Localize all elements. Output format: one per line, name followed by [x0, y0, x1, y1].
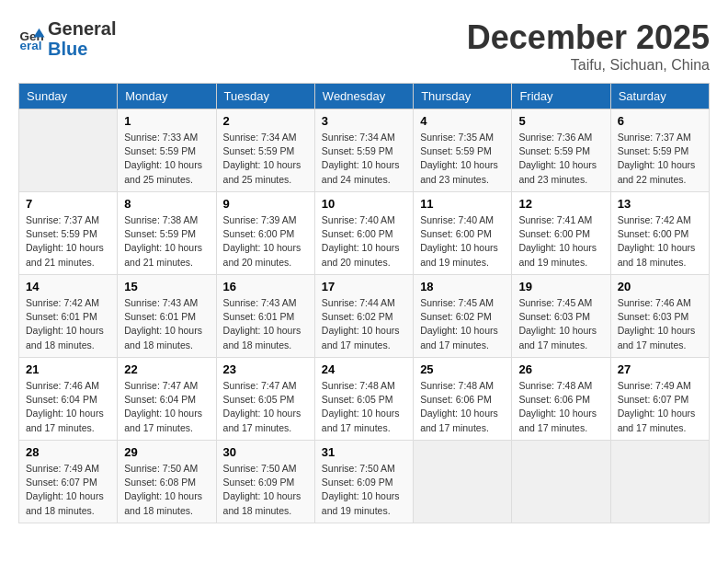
day-cell: 10Sunrise: 7:40 AM Sunset: 6:00 PM Dayli…: [314, 192, 413, 275]
day-cell: 21Sunrise: 7:46 AM Sunset: 6:04 PM Dayli…: [19, 358, 118, 441]
day-number: 2: [223, 114, 308, 128]
day-info: Sunrise: 7:42 AM Sunset: 6:01 PM Dayligh…: [26, 296, 110, 352]
day-number: 21: [26, 362, 110, 376]
day-number: 6: [618, 114, 702, 128]
day-cell: 30Sunrise: 7:50 AM Sunset: 6:09 PM Dayli…: [216, 441, 314, 523]
week-row-2: 7Sunrise: 7:37 AM Sunset: 5:59 PM Daylig…: [19, 192, 710, 275]
day-cell: 6Sunrise: 7:37 AM Sunset: 5:59 PM Daylig…: [610, 109, 709, 192]
day-info: Sunrise: 7:40 AM Sunset: 6:00 PM Dayligh…: [322, 213, 406, 270]
logo-icon: Gen eral: [18, 25, 46, 52]
day-cell: 25Sunrise: 7:48 AM Sunset: 6:06 PM Dayli…: [414, 358, 512, 441]
page-header: Gen eral General Blue December 2025 Taif…: [18, 18, 710, 74]
day-number: 24: [322, 362, 406, 376]
day-cell: 23Sunrise: 7:47 AM Sunset: 6:05 PM Dayli…: [216, 358, 314, 441]
day-number: 1: [124, 114, 209, 128]
svg-text:eral: eral: [20, 39, 42, 52]
day-number: 27: [618, 362, 702, 376]
day-cell: 5Sunrise: 7:36 AM Sunset: 5:59 PM Daylig…: [512, 109, 610, 192]
day-cell: 12Sunrise: 7:41 AM Sunset: 6:00 PM Dayli…: [512, 192, 610, 275]
logo-text-line2: Blue: [48, 39, 116, 59]
day-info: Sunrise: 7:50 AM Sunset: 6:09 PM Dayligh…: [322, 462, 406, 518]
day-cell: 31Sunrise: 7:50 AM Sunset: 6:09 PM Dayli…: [314, 441, 413, 523]
day-number: 30: [223, 445, 308, 459]
day-cell: 13Sunrise: 7:42 AM Sunset: 6:00 PM Dayli…: [610, 192, 709, 275]
logo-text-line1: General: [48, 18, 116, 39]
day-number: 13: [618, 197, 702, 211]
day-cell: 24Sunrise: 7:48 AM Sunset: 6:05 PM Dayli…: [314, 358, 413, 441]
day-info: Sunrise: 7:50 AM Sunset: 6:08 PM Dayligh…: [124, 462, 209, 518]
logo: Gen eral General Blue: [18, 18, 116, 59]
day-number: 14: [26, 280, 110, 293]
day-cell: 26Sunrise: 7:48 AM Sunset: 6:06 PM Dayli…: [512, 358, 610, 441]
day-info: Sunrise: 7:41 AM Sunset: 6:00 PM Dayligh…: [518, 213, 603, 270]
day-cell: 8Sunrise: 7:38 AM Sunset: 5:59 PM Daylig…: [118, 192, 216, 275]
day-info: Sunrise: 7:49 AM Sunset: 6:07 PM Dayligh…: [618, 379, 702, 435]
day-number: 15: [124, 280, 209, 293]
day-cell: 27Sunrise: 7:49 AM Sunset: 6:07 PM Dayli…: [610, 358, 709, 441]
day-info: Sunrise: 7:47 AM Sunset: 6:04 PM Dayligh…: [124, 379, 209, 435]
day-cell: [19, 109, 118, 192]
day-info: Sunrise: 7:39 AM Sunset: 6:00 PM Dayligh…: [223, 213, 308, 270]
day-number: 12: [518, 197, 603, 211]
week-row-3: 14Sunrise: 7:42 AM Sunset: 6:01 PM Dayli…: [19, 275, 710, 358]
month-title: December 2025: [467, 18, 710, 57]
calendar-table: SundayMondayTuesdayWednesdayThursdayFrid…: [18, 83, 710, 523]
day-info: Sunrise: 7:48 AM Sunset: 6:06 PM Dayligh…: [518, 379, 603, 435]
week-row-5: 28Sunrise: 7:49 AM Sunset: 6:07 PM Dayli…: [19, 441, 710, 523]
column-header-saturday: Saturday: [610, 84, 709, 109]
day-cell: 3Sunrise: 7:34 AM Sunset: 5:59 PM Daylig…: [314, 109, 413, 192]
day-info: Sunrise: 7:35 AM Sunset: 5:59 PM Dayligh…: [420, 131, 505, 187]
day-cell: 14Sunrise: 7:42 AM Sunset: 6:01 PM Dayli…: [19, 275, 118, 358]
day-info: Sunrise: 7:42 AM Sunset: 6:00 PM Dayligh…: [618, 213, 702, 270]
day-info: Sunrise: 7:48 AM Sunset: 6:06 PM Dayligh…: [420, 379, 505, 435]
day-number: 16: [223, 280, 308, 293]
day-cell: 11Sunrise: 7:40 AM Sunset: 6:00 PM Dayli…: [414, 192, 512, 275]
day-cell: 17Sunrise: 7:44 AM Sunset: 6:02 PM Dayli…: [314, 275, 413, 358]
day-cell: 1Sunrise: 7:33 AM Sunset: 5:59 PM Daylig…: [118, 109, 216, 192]
day-cell: 18Sunrise: 7:45 AM Sunset: 6:02 PM Dayli…: [414, 275, 512, 358]
day-info: Sunrise: 7:36 AM Sunset: 5:59 PM Dayligh…: [518, 131, 603, 187]
day-info: Sunrise: 7:33 AM Sunset: 5:59 PM Dayligh…: [124, 131, 209, 187]
day-number: 8: [124, 197, 209, 211]
day-cell: [610, 441, 709, 523]
day-number: 31: [322, 445, 406, 459]
day-info: Sunrise: 7:45 AM Sunset: 6:02 PM Dayligh…: [420, 296, 505, 352]
day-cell: 7Sunrise: 7:37 AM Sunset: 5:59 PM Daylig…: [19, 192, 118, 275]
day-number: 28: [26, 445, 110, 459]
day-cell: 28Sunrise: 7:49 AM Sunset: 6:07 PM Dayli…: [19, 441, 118, 523]
day-number: 5: [518, 114, 603, 128]
day-info: Sunrise: 7:47 AM Sunset: 6:05 PM Dayligh…: [223, 379, 308, 435]
day-info: Sunrise: 7:40 AM Sunset: 6:00 PM Dayligh…: [420, 213, 505, 270]
day-cell: 16Sunrise: 7:43 AM Sunset: 6:01 PM Dayli…: [216, 275, 314, 358]
day-cell: 20Sunrise: 7:46 AM Sunset: 6:03 PM Dayli…: [610, 275, 709, 358]
day-number: 25: [420, 362, 505, 376]
week-row-1: 1Sunrise: 7:33 AM Sunset: 5:59 PM Daylig…: [19, 109, 710, 192]
day-info: Sunrise: 7:38 AM Sunset: 5:59 PM Dayligh…: [124, 213, 209, 270]
day-cell: 29Sunrise: 7:50 AM Sunset: 6:08 PM Dayli…: [118, 441, 216, 523]
column-header-tuesday: Tuesday: [216, 84, 314, 109]
day-number: 9: [223, 197, 308, 211]
column-header-monday: Monday: [118, 84, 216, 109]
day-number: 17: [322, 280, 406, 293]
title-block: December 2025 Taifu, Sichuan, China: [467, 18, 710, 74]
day-info: Sunrise: 7:43 AM Sunset: 6:01 PM Dayligh…: [124, 296, 209, 352]
day-info: Sunrise: 7:46 AM Sunset: 6:04 PM Dayligh…: [26, 379, 110, 435]
day-info: Sunrise: 7:46 AM Sunset: 6:03 PM Dayligh…: [618, 296, 702, 352]
day-cell: 19Sunrise: 7:45 AM Sunset: 6:03 PM Dayli…: [512, 275, 610, 358]
day-number: 23: [223, 362, 308, 376]
day-number: 20: [618, 280, 702, 293]
day-cell: [512, 441, 610, 523]
calendar-header-row: SundayMondayTuesdayWednesdayThursdayFrid…: [19, 84, 710, 109]
day-number: 4: [420, 114, 505, 128]
day-number: 7: [26, 197, 110, 211]
day-info: Sunrise: 7:48 AM Sunset: 6:05 PM Dayligh…: [322, 379, 406, 435]
day-info: Sunrise: 7:50 AM Sunset: 6:09 PM Dayligh…: [223, 462, 308, 518]
day-cell: [414, 441, 512, 523]
day-cell: 15Sunrise: 7:43 AM Sunset: 6:01 PM Dayli…: [118, 275, 216, 358]
location: Taifu, Sichuan, China: [467, 57, 710, 74]
day-info: Sunrise: 7:45 AM Sunset: 6:03 PM Dayligh…: [518, 296, 603, 352]
day-info: Sunrise: 7:37 AM Sunset: 5:59 PM Dayligh…: [618, 131, 702, 187]
day-cell: 2Sunrise: 7:34 AM Sunset: 5:59 PM Daylig…: [216, 109, 314, 192]
day-number: 29: [124, 445, 209, 459]
day-number: 22: [124, 362, 209, 376]
